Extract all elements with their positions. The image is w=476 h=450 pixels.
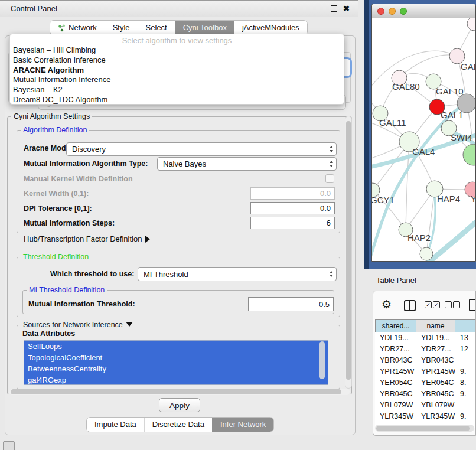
tab-select[interactable]: Select	[138, 21, 175, 35]
settings-horizontal-scrollbar[interactable]	[9, 389, 350, 395]
tab-discretize-data[interactable]: Discretize Data	[144, 418, 212, 432]
node-label: HAP4	[437, 194, 460, 204]
table-row[interactable]: YBR045CYBR045C9.	[375, 389, 476, 400]
table-cell[interactable]: YBR043C	[375, 355, 416, 366]
algorithm-option[interactable]: Mutual Information Inference	[10, 75, 344, 85]
minimize-window-icon[interactable]	[389, 8, 396, 15]
threshold-definition-title: Threshold Definition	[21, 253, 91, 261]
network-canvas[interactable]: GALGAL80GAL10GAL1GAL11SWI4GAL4GCY1HAP4YH…	[372, 18, 475, 262]
network-view-window[interactable]: GALGAL80GAL10GAL1GAL11SWI4GAL4GCY1HAP4YH…	[371, 4, 476, 262]
unchecked-box-icon[interactable]	[445, 301, 452, 308]
table-cell[interactable]: YBR045C	[375, 389, 416, 400]
data-attributes-list[interactable]: SelfLoopsTopologicalCoefficientBetweenne…	[24, 340, 328, 385]
attributes-list-scrollbar[interactable]	[319, 341, 325, 379]
algorithm-option[interactable]: Bayesian – Hill Climbing	[10, 45, 344, 56]
table-cell[interactable]: 9.	[455, 389, 476, 400]
mi-steps-label: Mutual Information Steps:	[24, 219, 115, 227]
network-window-titlebar[interactable]	[372, 4, 475, 18]
table-cell[interactable]: YBL079W	[416, 400, 455, 411]
node-label: GAL	[461, 61, 475, 71]
tab-jactivemnodules[interactable]: jActiveMNodules	[234, 21, 307, 35]
unchecked-box-icon[interactable]	[453, 301, 460, 308]
table-row[interactable]: YPR145WYPR145W9.	[375, 366, 476, 377]
hub-definition-toggle[interactable]: Hub/Transcription Factor Definition	[24, 234, 150, 243]
sources-title[interactable]: Sources for Network Inference	[21, 321, 135, 329]
close-window-icon[interactable]	[377, 8, 384, 15]
table-cell[interactable]: YBL079W	[375, 400, 416, 411]
table-cell[interactable]: YDL19...	[416, 332, 455, 344]
close-icon[interactable]: ✖	[343, 5, 350, 12]
table-cell[interactable]: YLR345W	[416, 411, 455, 422]
table-cell[interactable]: YBR045C	[416, 389, 455, 400]
table-cell[interactable]: 8.	[455, 377, 476, 389]
table-cell[interactable]: 12	[455, 344, 476, 355]
tab-impute-data[interactable]: Impute Data	[87, 418, 144, 432]
columns-icon[interactable]	[404, 300, 416, 311]
dpi-tolerance-field[interactable]: 0.0	[250, 202, 335, 214]
table-cell[interactable]: YDR27...	[416, 344, 455, 355]
table-cell[interactable]: YDR27...	[375, 344, 416, 355]
network-node[interactable]	[467, 18, 475, 31]
settings-vertical-scrollbar[interactable]	[345, 116, 352, 389]
table-panel-body: ⚙ ✓ ✓ shared...name YDL19...YDL19...13YD…	[373, 291, 476, 436]
network-node[interactable]	[420, 247, 433, 260]
table-row[interactable]: YBL079WYBL079W	[375, 400, 476, 411]
which-threshold-combo[interactable]: MI Threshold	[138, 267, 337, 281]
table-cell[interactable]: YPR145W	[375, 366, 416, 377]
tab-infer-network[interactable]: Infer Network	[212, 418, 273, 432]
table-horizontal-scrollbar[interactable]	[375, 425, 474, 432]
node-label: GCY1	[372, 195, 395, 205]
attribute-item[interactable]: TopologicalCoefficient	[24, 352, 328, 363]
export-table-icon[interactable]	[469, 299, 476, 311]
algorithm-definition-title: Algorithm Definition	[21, 126, 89, 134]
algorithm-option[interactable]: Basic Correlation Inference	[10, 56, 344, 66]
algorithm-option[interactable]: Dream8 DC_TDC Algorithm	[10, 95, 344, 105]
mi-threshold-field[interactable]: 0.5	[248, 297, 334, 311]
hub-definition-label: Hub/Transcription Factor Definition	[24, 234, 142, 243]
table-cell[interactable]	[455, 355, 476, 366]
algorithm-dropdown-placeholder: Select algorithm to view settings	[10, 35, 344, 45]
table-cell[interactable]: YLR345W	[375, 411, 416, 422]
checked-box-icon[interactable]: ✓	[433, 301, 440, 308]
table-cell[interactable]: 9.	[455, 411, 476, 422]
node-table-rows: YDL19...YDL19...13YDR27...YDR27...12YBR0…	[375, 332, 476, 428]
attribute-item[interactable]: SelfLoops	[24, 341, 328, 352]
table-row[interactable]: YER054CYER054C8.	[375, 377, 476, 389]
tab-cyni-toolbox[interactable]: Cyni Toolbox	[175, 21, 234, 35]
algorithm-option[interactable]: ARACNE Algorithm	[10, 66, 344, 76]
kernel-width-field[interactable]: 0.0	[250, 187, 335, 200]
tab-style[interactable]: Style	[105, 21, 138, 35]
tab-network[interactable]: Network	[50, 21, 105, 35]
attribute-item[interactable]: gal4RGexp	[24, 374, 328, 385]
column-header[interactable]: name	[416, 319, 455, 332]
mi-type-combo[interactable]: Naive Bayes	[157, 157, 337, 171]
algorithm-option[interactable]: Bayesian – K2	[10, 85, 344, 95]
docked-panel-icon[interactable]	[3, 441, 15, 450]
attribute-item[interactable]: BetweennessCentrality	[24, 363, 328, 374]
table-cell[interactable]: YER054C	[416, 377, 455, 389]
table-cell[interactable]: YPR145W	[416, 366, 455, 377]
column-header[interactable]	[455, 319, 476, 332]
table-cell[interactable]: YBR043C	[416, 355, 455, 366]
node-table: shared...name YDL19...YDL19...13YDR27...…	[375, 319, 476, 428]
aracne-mode-combo[interactable]: Discovery	[66, 142, 337, 156]
network-node[interactable]	[463, 144, 475, 165]
table-row[interactable]: YBR043CYBR043C	[375, 355, 476, 366]
float-panel-icon[interactable]	[331, 5, 337, 12]
table-cell[interactable]: YER054C	[375, 377, 416, 389]
zoom-window-icon[interactable]	[400, 8, 407, 15]
apply-button[interactable]: Apply	[159, 398, 200, 412]
mi-steps-field[interactable]: 6	[250, 217, 335, 229]
stepper-icon	[330, 158, 333, 170]
table-cell[interactable]	[455, 400, 476, 411]
table-row[interactable]: YLR345WYLR345W9.	[375, 411, 476, 422]
table-cell[interactable]: 9.	[455, 366, 476, 377]
table-row[interactable]: YDR27...YDR27...12	[375, 344, 476, 355]
table-cell[interactable]: 13	[455, 332, 476, 344]
table-row[interactable]: YDL19...YDL19...13	[375, 332, 476, 344]
checked-box-icon[interactable]: ✓	[425, 301, 432, 308]
manual-kernel-checkbox[interactable]	[325, 174, 334, 183]
table-cell[interactable]: YDL19...	[375, 332, 416, 344]
gear-icon[interactable]: ⚙	[382, 298, 392, 311]
column-header[interactable]: shared...	[375, 319, 416, 332]
